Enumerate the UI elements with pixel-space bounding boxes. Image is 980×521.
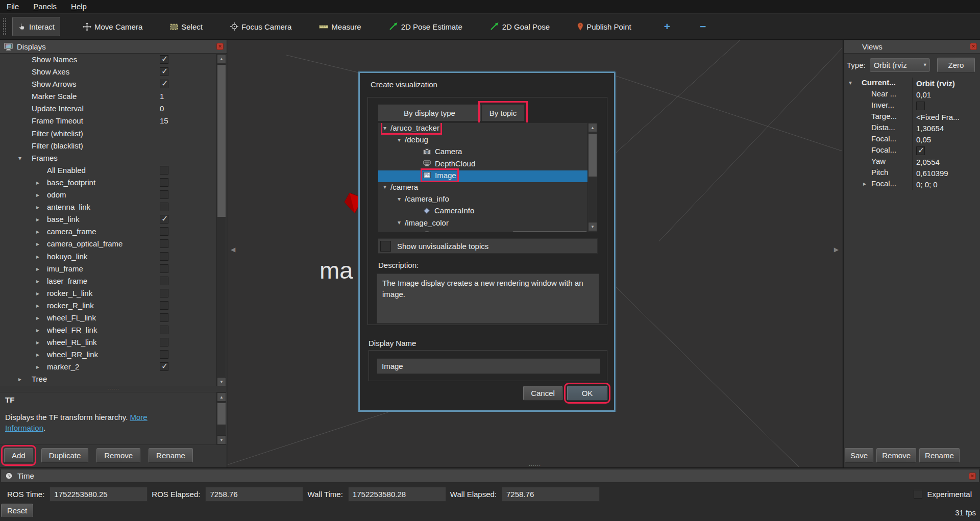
- scrollbar-up-button[interactable]: ▲: [588, 123, 597, 132]
- splitter-handle[interactable]: ······: [529, 464, 541, 467]
- tf-pane-scrollbar[interactable]: ▲ ▼: [216, 392, 226, 444]
- displays-row-hokuyo-link[interactable]: ▸hokuyo_link: [0, 251, 216, 263]
- menu-item-file[interactable]: File: [7, 2, 19, 11]
- field-value[interactable]: 7258.76: [205, 487, 303, 502]
- checkbox-show-names[interactable]: [160, 55, 168, 64]
- tab-by-topic[interactable]: By topic: [481, 104, 525, 121]
- chevron-down-icon[interactable]: ▾: [398, 219, 401, 226]
- experimental-checkbox[interactable]: [914, 490, 922, 499]
- checkbox-odom[interactable]: [160, 190, 168, 199]
- display-row-depthcloud[interactable]: DepthCloud: [378, 159, 589, 170]
- displays-scrollbar[interactable]: ▲ ▼: [216, 54, 226, 386]
- views-row-inver-2[interactable]: Inver...: [844, 100, 980, 111]
- displays-row-frames[interactable]: ▾Frames: [0, 153, 216, 165]
- displays-row-base-footprint[interactable]: ▸base_footprint: [0, 177, 216, 189]
- views-row-focal-6[interactable]: Focal...: [844, 145, 980, 156]
- tool-select[interactable]: Select: [165, 17, 208, 36]
- checkbox-all-enabled[interactable]: [160, 166, 168, 175]
- displays-row-laser-frame[interactable]: ▸laser_frame: [0, 276, 216, 288]
- chevron-right-icon[interactable]: ▸: [36, 204, 39, 211]
- views-rename-button[interactable]: Rename: [919, 448, 960, 463]
- chevron-down-icon[interactable]: ▾: [383, 183, 386, 190]
- chevron-right-icon[interactable]: ▸: [36, 327, 39, 334]
- zero-button[interactable]: Zero: [937, 58, 975, 72]
- checkbox-rocker-r-link[interactable]: [160, 301, 168, 310]
- tool-interact[interactable]: Interact: [12, 17, 60, 36]
- tool-measure[interactable]: Measure: [314, 17, 366, 36]
- tree-scrollbar[interactable]: ▲ ▼: [587, 123, 597, 232]
- show-unvisualizable-checkbox[interactable]: [380, 241, 391, 252]
- toolbar-grip[interactable]: [3, 17, 6, 36]
- displays-panel-header[interactable]: Displays ✕: [0, 40, 227, 54]
- checkbox-camera-optical-frame[interactable]: [160, 239, 168, 248]
- chevron-down-icon[interactable]: ▾: [398, 195, 401, 203]
- checkbox-base-footprint[interactable]: [160, 178, 168, 187]
- checkbox-wheel-rr-link[interactable]: [160, 350, 168, 359]
- tab-by-display-type[interactable]: By display type: [378, 104, 481, 121]
- displays-add-button[interactable]: Add: [4, 448, 33, 463]
- topic-row-aruco-tracker[interactable]: ▾/aruco_tracker: [378, 123, 589, 135]
- chevron-right-icon[interactable]: ▸: [36, 302, 39, 309]
- displays-row-wheel-rr-link[interactable]: ▸wheel_RR_link: [0, 349, 216, 361]
- chevron-right-icon[interactable]: ▸: [36, 314, 39, 321]
- chevron-right-icon[interactable]: ▸: [36, 363, 39, 370]
- tool-publish-point[interactable]: Publish Point: [572, 17, 636, 36]
- scrollbar-down-button[interactable]: ▼: [217, 435, 226, 444]
- display-row-camerainfo[interactable]: CameraInfo: [378, 206, 589, 217]
- displays-row-base-link[interactable]: ▸base_link: [0, 214, 216, 226]
- chevron-down-icon[interactable]: ▾: [849, 79, 852, 86]
- scrollbar-up-button[interactable]: ▲: [217, 392, 226, 402]
- checkbox-imu-frame[interactable]: [160, 264, 168, 273]
- views-row-focal-5[interactable]: Focal...0,05: [844, 134, 980, 145]
- displays-row-all-enabled[interactable]: All Enabled: [0, 165, 216, 177]
- checkbox-antenna-link[interactable]: [160, 203, 168, 211]
- displays-row-odom[interactable]: ▸odom: [0, 189, 216, 202]
- displays-row-rocker-l-link[interactable]: ▸rocker_L_link: [0, 288, 216, 300]
- menu-item-help[interactable]: Help: [71, 2, 87, 11]
- displays-row-camera-frame[interactable]: ▸camera_frame: [0, 226, 216, 238]
- displays-row-wheel-rl-link[interactable]: ▸wheel_RL_link: [0, 337, 216, 349]
- scrollbar-thumb[interactable]: [217, 64, 226, 217]
- ok-button[interactable]: OK: [567, 386, 607, 401]
- remove-tool-button[interactable]: −: [700, 20, 706, 33]
- chevron-right-icon[interactable]: ▸: [863, 180, 866, 187]
- displays-row-imu-frame[interactable]: ▸imu_frame: [0, 263, 216, 276]
- views-row-focal-9[interactable]: ▸Focal...0; 0; 0: [844, 179, 980, 190]
- topic-row-debug[interactable]: ▾/debug: [378, 135, 589, 146]
- chevron-right-icon[interactable]: ▸: [36, 228, 39, 235]
- topic-row-camera-info[interactable]: ▾/camera_info: [378, 194, 589, 206]
- topic-row-camera[interactable]: ▾/camera: [378, 182, 589, 194]
- scrollbar-down-button[interactable]: ▼: [588, 222, 597, 231]
- display-row-image[interactable]: Image: [378, 170, 589, 182]
- time-panel-header[interactable]: Time ✕: [1, 469, 979, 483]
- displays-row-filter-blacklist[interactable]: Filter (blacklist): [0, 140, 216, 153]
- reset-button[interactable]: Reset: [1, 504, 33, 517]
- scrollbar-up-button[interactable]: ▲: [217, 54, 226, 63]
- checkbox-focal[interactable]: [916, 146, 925, 155]
- scrollbar-down-button[interactable]: ▼: [217, 377, 226, 386]
- checkbox-base-link[interactable]: [160, 215, 168, 224]
- display-row-camera[interactable]: Camera: [378, 146, 589, 158]
- chevron-down-icon[interactable]: ▾: [383, 125, 386, 132]
- panel-collapse-right-arrow[interactable]: ▶: [834, 246, 839, 253]
- displays-row-show-arrows[interactable]: Show Arrows: [0, 79, 216, 91]
- menu-item-panels[interactable]: Panels: [33, 2, 57, 11]
- chevron-down-icon[interactable]: ▾: [398, 136, 401, 143]
- cancel-button[interactable]: Cancel: [523, 386, 562, 401]
- field-value[interactable]: 1752253580.25: [50, 487, 148, 502]
- views-row-yaw-7[interactable]: Yaw2,0554: [844, 156, 980, 167]
- displays-row-frame-timeout[interactable]: Frame Timeout15: [0, 115, 216, 128]
- tool-2d-goal-pose[interactable]: 2D Goal Pose: [485, 17, 555, 36]
- chevron-right-icon[interactable]: ▸: [36, 278, 39, 285]
- displays-row-tree[interactable]: ▸Tree: [0, 374, 216, 386]
- transport-dropdown[interactable]: raw: [512, 231, 587, 233]
- views-panel-header[interactable]: Views ✕: [844, 40, 980, 54]
- panel-collapse-left-arrow[interactable]: ◀: [231, 246, 235, 253]
- displays-row-antenna-link[interactable]: ▸antenna_link: [0, 202, 216, 214]
- views-row-pitch-8[interactable]: Pitch0,610399: [844, 167, 980, 179]
- displays-row-show-names[interactable]: Show Names: [0, 54, 216, 66]
- displays-row-rocker-r-link[interactable]: ▸rocker_R_link: [0, 300, 216, 312]
- checkbox-camera-frame[interactable]: [160, 227, 168, 236]
- display-name-input[interactable]: [377, 358, 600, 374]
- views-row-current-0[interactable]: ▾Current...Orbit (rviz): [844, 78, 980, 89]
